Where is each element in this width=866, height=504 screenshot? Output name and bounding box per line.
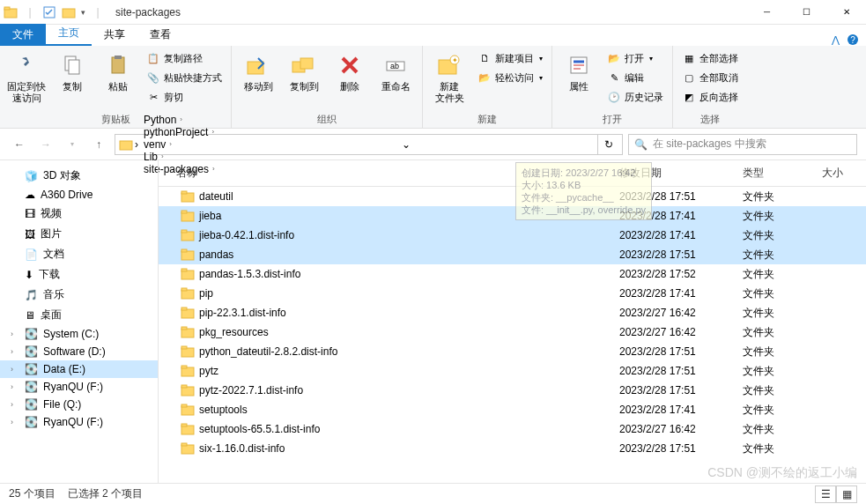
tree-item[interactable]: ›💽File (Q:) <box>0 396 158 413</box>
open-button[interactable]: 📂打开▾ <box>603 49 667 67</box>
close-button[interactable]: ✕ <box>826 0 866 25</box>
table-row[interactable]: pandas-1.5.3.dist-info2023/2/28 17:52文件夹 <box>159 264 866 284</box>
paste-button[interactable]: 粘贴 <box>97 49 139 94</box>
table-row[interactable]: pkg_resources2023/2/27 16:42文件夹 <box>159 322 866 342</box>
table-row[interactable]: python_dateutil-2.8.2.dist-info2023/2/28… <box>159 342 866 361</box>
maximize-button[interactable]: ☐ <box>787 0 826 25</box>
newfolder-button[interactable]: ✦新建 文件夹 <box>428 49 470 106</box>
rename-button[interactable]: ab重命名 <box>374 49 417 94</box>
list-body[interactable]: 创建日期: 2023/2/27 16:42 大小: 13.6 KB 文件夹: _… <box>159 187 866 483</box>
col-date[interactable]: 修改日期 <box>619 166 743 181</box>
nav-tree[interactable]: 🧊3D 对象☁A360 Drive🎞视频🖼图片📄文档⬇下载🎵音乐🖥桌面›💽Sys… <box>0 160 159 483</box>
chevron-right-icon[interactable]: › <box>180 115 182 123</box>
chevron-right-icon[interactable]: › <box>211 128 214 136</box>
table-row[interactable]: pytz-2022.7.1.dist-info2023/2/28 17:51文件… <box>159 381 866 400</box>
table-row[interactable]: jieba2023/2/28 17:41文件夹 <box>159 206 866 226</box>
table-row[interactable]: six-1.16.0.dist-info2023/2/28 17:51文件夹 <box>159 439 866 458</box>
nav-up-button[interactable]: ↑ <box>88 134 109 155</box>
chevron-right-icon[interactable]: › <box>169 140 172 148</box>
tab-view[interactable]: 查看 <box>137 24 183 46</box>
svg-rect-10 <box>248 62 263 74</box>
pin-button[interactable]: 固定到快 速访问 <box>5 49 48 106</box>
col-type[interactable]: 类型 <box>743 166 822 181</box>
table-row[interactable]: dateutil2023/2/28 17:51文件夹 <box>159 187 866 206</box>
tree-item[interactable]: ›💽Software (D:) <box>0 343 158 360</box>
table-row[interactable]: pip2023/2/28 17:41文件夹 <box>159 284 866 303</box>
tree-item[interactable]: ›💽RyanQU (F:) <box>0 378 158 396</box>
checkbox-icon[interactable] <box>42 5 56 19</box>
tree-item[interactable]: ›💽System (C:) <box>0 325 158 343</box>
col-name[interactable]: 名称 <box>159 166 619 181</box>
tree-item[interactable]: 📄文档 <box>0 244 158 264</box>
select-none-button[interactable]: ▢全部取消 <box>678 69 742 86</box>
tree-item[interactable]: 🧊3D 对象 <box>0 166 158 186</box>
tree-item[interactable]: ☁A360 Drive <box>0 186 158 204</box>
nav-back-button[interactable]: ← <box>9 134 30 155</box>
minimize-button[interactable]: ─ <box>747 0 787 25</box>
help-icon[interactable]: ? <box>847 33 859 46</box>
folder-icon <box>180 227 196 243</box>
table-row[interactable]: setuptools-65.5.1.dist-info2023/2/27 16:… <box>159 419 866 439</box>
refresh-button[interactable]: ↻ <box>597 135 618 154</box>
properties-button[interactable]: 属性 <box>558 49 600 94</box>
paste-shortcut-button[interactable]: 📎粘贴快捷方式 <box>143 69 226 86</box>
svg-rect-27 <box>181 249 187 252</box>
delete-button[interactable]: 删除 <box>329 49 371 94</box>
breadcrumb-item[interactable]: Python› <box>140 114 218 126</box>
expand-icon[interactable]: › <box>11 330 13 338</box>
tree-item[interactable]: 🎞视频 <box>0 204 158 224</box>
breadcrumb-item[interactable]: venv› <box>140 138 218 151</box>
address-bar[interactable]: › Python›pythonProject›venv›Lib›site-pac… <box>115 134 623 155</box>
expand-icon[interactable]: › <box>11 365 13 374</box>
folder-icon <box>180 402 196 418</box>
col-size[interactable]: 大小 <box>822 166 866 181</box>
address-dropdown-icon[interactable]: ⌄ <box>402 138 411 151</box>
folder-icon <box>180 324 196 340</box>
search-input[interactable]: 🔍 在 site-packages 中搜索 <box>628 134 857 155</box>
newitem-button[interactable]: 🗋新建项目▾ <box>474 49 546 67</box>
tree-item[interactable]: 🖥桌面 <box>0 305 158 325</box>
qat-overflow-icon[interactable]: ▾ <box>81 8 85 17</box>
collapse-ribbon-icon[interactable]: ⋀ <box>832 34 840 46</box>
table-row[interactable]: jieba-0.42.1.dist-info2023/2/28 17:41文件夹 <box>159 226 866 245</box>
tree-item[interactable]: ›💽Data (E:) <box>0 360 158 378</box>
cut-button[interactable]: ✂剪切 <box>143 88 226 106</box>
expand-icon[interactable]: › <box>11 400 13 409</box>
expand-icon[interactable]: › <box>11 418 13 426</box>
view-details-button[interactable]: ☰ <box>815 485 836 503</box>
easyaccess-button[interactable]: 📂轻松访问▾ <box>474 69 546 86</box>
list-header[interactable]: 名称 修改日期 类型 大小 <box>159 160 866 187</box>
folder-icon[interactable] <box>62 5 76 19</box>
edit-button[interactable]: ✎编辑 <box>603 69 667 86</box>
nav-forward-button[interactable]: → <box>35 134 56 155</box>
table-row[interactable]: pandas2023/2/28 17:51文件夹 <box>159 245 866 264</box>
expand-icon[interactable]: › <box>11 347 13 356</box>
history-button[interactable]: 🕑历史记录 <box>603 88 667 106</box>
file-type: 文件夹 <box>743 228 822 243</box>
tree-item[interactable]: 🎵音乐 <box>0 285 158 305</box>
doc-icon: 📄 <box>25 248 38 261</box>
tree-item[interactable]: 🖼图片 <box>0 224 158 244</box>
copyto-button[interactable]: 复制到 <box>283 49 325 94</box>
tree-item[interactable]: ⬇下载 <box>0 264 158 285</box>
select-invert-button[interactable]: ◩反向选择 <box>678 88 742 106</box>
table-row[interactable]: pip-22.3.1.dist-info2023/2/27 16:42文件夹 <box>159 303 866 322</box>
moveto-button[interactable]: 移动到 <box>237 49 279 94</box>
tree-item[interactable]: ›💽RyanQU (F:) <box>0 413 158 431</box>
view-icons-button[interactable]: ▦ <box>836 485 857 503</box>
copy-button[interactable]: 复制 <box>51 49 93 94</box>
tab-file[interactable]: 文件 <box>0 24 46 46</box>
copy-path-button[interactable]: 📋复制路径 <box>143 49 226 67</box>
history-icon: 🕑 <box>607 90 621 104</box>
nav-recent-button[interactable]: ▾ <box>62 134 83 155</box>
tab-home[interactable]: 主页 <box>46 22 92 46</box>
select-all-button[interactable]: ▦全部选择 <box>678 49 742 67</box>
breadcrumb-item[interactable]: pythonProject› <box>140 126 218 138</box>
divider-icon: | <box>23 5 37 19</box>
table-row[interactable]: setuptools2023/2/28 17:41文件夹 <box>159 400 866 419</box>
expand-icon[interactable]: › <box>11 382 13 391</box>
table-row[interactable]: pytz2023/2/28 17:51文件夹 <box>159 361 866 381</box>
chevron-right-icon[interactable]: › <box>161 152 164 160</box>
tab-share[interactable]: 共享 <box>92 24 137 46</box>
chevron-right-icon[interactable]: › <box>135 138 138 151</box>
